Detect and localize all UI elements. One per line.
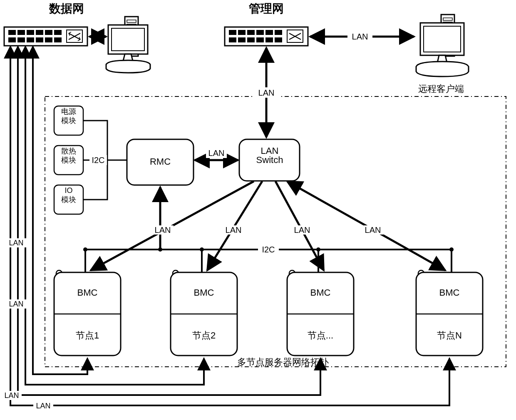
svg-rect-10 bbox=[36, 37, 43, 42]
node-ellipsis-box: BMC 节点... bbox=[287, 270, 354, 356]
title-data-net: 数据网 bbox=[49, 2, 84, 15]
svg-rect-22 bbox=[247, 30, 255, 35]
svg-rect-11 bbox=[45, 37, 52, 42]
svg-rect-12 bbox=[54, 37, 62, 42]
cooling-module-box: 散热模块 bbox=[54, 146, 83, 175]
label-lan-trunk2: LAN bbox=[9, 300, 23, 308]
label-lan-trunk4: LAN bbox=[36, 402, 50, 410]
label-lan-bmc2: LAN bbox=[226, 225, 242, 235]
svg-rect-37 bbox=[424, 26, 461, 52]
data-switch-icon bbox=[4, 27, 87, 46]
svg-rect-27 bbox=[238, 37, 246, 42]
svg-rect-2 bbox=[17, 30, 25, 35]
noden-box: BMC 节点N bbox=[416, 270, 483, 356]
svg-rect-8 bbox=[17, 37, 25, 42]
node2-box: BMC 节点2 bbox=[171, 270, 237, 356]
label-lan-trunk3: LAN bbox=[4, 391, 19, 400]
svg-point-54 bbox=[158, 247, 162, 252]
svg-rect-3 bbox=[27, 30, 34, 35]
noden-bmc-label: BMC bbox=[439, 287, 460, 298]
svg-rect-5 bbox=[45, 30, 52, 35]
power-module-box: 电源模块 bbox=[54, 106, 83, 135]
title-mgmt-net: 管理网 bbox=[248, 2, 284, 15]
label-remote-client: 远程客户端 bbox=[418, 84, 464, 94]
node-ellipsis-bmc-label: BMC bbox=[310, 287, 331, 298]
svg-rect-28 bbox=[247, 37, 255, 42]
io-module-box: IO模块 bbox=[54, 185, 83, 214]
node1-bmc-label: BMC bbox=[77, 287, 98, 298]
svg-rect-30 bbox=[265, 37, 273, 42]
label-lan-bmc3: LAN bbox=[294, 225, 310, 235]
node-ellipsis-label: 节点... bbox=[308, 330, 333, 341]
svg-rect-21 bbox=[238, 30, 246, 35]
svg-rect-31 bbox=[275, 37, 282, 42]
svg-rect-4 bbox=[36, 30, 43, 35]
label-rmc: RMC bbox=[150, 156, 171, 167]
caption-multinode: 多节点服务器网络拓扑 bbox=[237, 357, 329, 367]
svg-rect-18 bbox=[112, 28, 144, 51]
noden-label: 节点N bbox=[437, 330, 462, 341]
svg-rect-29 bbox=[256, 37, 264, 42]
label-lan-mgmt-switch: LAN bbox=[258, 88, 275, 97]
data-computer-icon bbox=[106, 17, 150, 73]
label-i2c-modules: I2C bbox=[92, 156, 104, 165]
remote-client-icon bbox=[416, 15, 469, 77]
svg-rect-6 bbox=[54, 30, 62, 35]
svg-rect-1 bbox=[8, 30, 16, 35]
label-i2c-nodes: I2C bbox=[262, 245, 275, 254]
svg-rect-9 bbox=[27, 37, 34, 42]
svg-rect-26 bbox=[229, 37, 236, 42]
svg-rect-25 bbox=[275, 30, 282, 35]
svg-rect-23 bbox=[256, 30, 264, 35]
svg-rect-7 bbox=[8, 37, 16, 42]
node1-label: 节点1 bbox=[76, 330, 99, 341]
label-lan-trunk1: LAN bbox=[9, 239, 23, 247]
label-lan-mgmt-client: LAN bbox=[352, 32, 368, 41]
node1-box: BMC 节点1 bbox=[54, 270, 121, 356]
mgmt-switch-icon bbox=[225, 27, 308, 46]
svg-rect-24 bbox=[265, 30, 273, 35]
label-lan-rmc-switch: LAN bbox=[208, 148, 225, 158]
svg-rect-20 bbox=[229, 30, 236, 35]
node2-bmc-label: BMC bbox=[194, 287, 214, 298]
node2-label: 节点2 bbox=[192, 330, 216, 341]
label-lan-bmcn: LAN bbox=[365, 225, 381, 235]
label-lan-bmc1: LAN bbox=[155, 225, 171, 235]
